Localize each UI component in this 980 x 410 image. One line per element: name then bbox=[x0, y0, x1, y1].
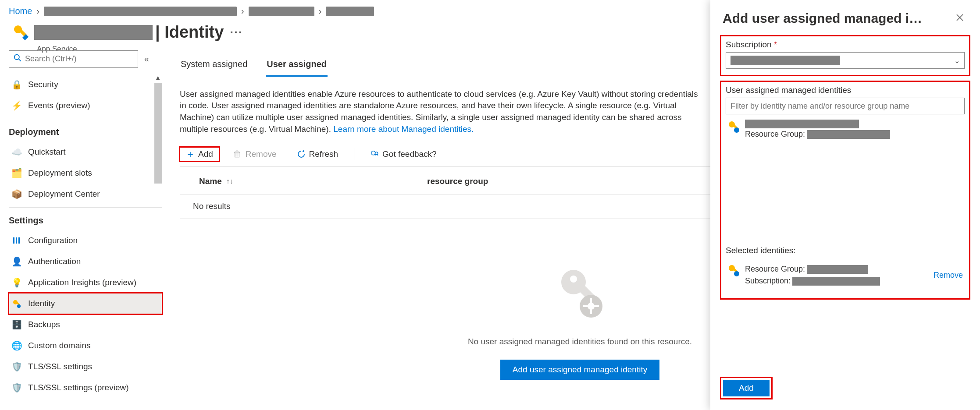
remove-identity-link[interactable]: Remove bbox=[934, 271, 963, 280]
sidebar-item-label: TLS/SSL settings (preview) bbox=[28, 383, 129, 392]
svg-line-3 bbox=[19, 59, 21, 61]
search-icon bbox=[14, 54, 21, 64]
close-panel-button[interactable] bbox=[952, 11, 968, 26]
sidebar-search[interactable] bbox=[9, 50, 138, 68]
svg-rect-5 bbox=[16, 237, 17, 244]
svg-rect-4 bbox=[13, 237, 14, 244]
add-identity-panel: Add user assigned managed i… Subscriptio… bbox=[710, 0, 980, 410]
remove-button[interactable]: 🗑 Remove bbox=[227, 147, 283, 161]
panel-title: Add user assigned managed i… bbox=[723, 11, 922, 26]
scrollbar-thumb[interactable] bbox=[154, 83, 162, 184]
breadcrumb-item-redacted[interactable] bbox=[326, 7, 374, 16]
identities-label: User assigned managed identities bbox=[726, 85, 965, 95]
sidebar-heading-deployment: Deployment bbox=[9, 119, 162, 141]
add-user-assigned-identity-button[interactable]: Add user assigned managed identity bbox=[500, 360, 659, 380]
breadcrumb-home[interactable]: Home bbox=[9, 6, 32, 16]
feedback-label: Got feedback? bbox=[382, 149, 437, 159]
sidebar-item-label: Events (preview) bbox=[28, 101, 90, 110]
more-actions-button[interactable]: ··· bbox=[230, 26, 242, 39]
sidebar-item-tls-ssl[interactable]: 🛡️ TLS/SSL settings bbox=[9, 356, 162, 377]
svg-point-17 bbox=[588, 303, 595, 310]
sidebar-item-authentication[interactable]: 👤 Authentication bbox=[9, 251, 162, 272]
custom-domains-icon: 🌐 bbox=[11, 340, 22, 351]
tls-ssl-icon: 🛡️ bbox=[11, 361, 22, 372]
sort-icon: ↑↓ bbox=[226, 177, 233, 185]
sidebar-item-quickstart[interactable]: ☁️ Quickstart bbox=[9, 141, 162, 163]
identity-filter-input[interactable] bbox=[726, 98, 965, 114]
selected-identity-item: Resource Group: Subscription: Remove bbox=[726, 258, 965, 292]
sidebar-item-label: Identity bbox=[28, 299, 55, 308]
sidebar-item-tls-ssl-preview[interactable]: 🛡️ TLS/SSL settings (preview) bbox=[9, 377, 162, 398]
sidebar-item-configuration[interactable]: Configuration bbox=[9, 230, 162, 251]
authentication-icon: 👤 bbox=[11, 256, 22, 267]
identity-list-item[interactable]: Resource Group: bbox=[726, 114, 965, 145]
svg-point-25 bbox=[734, 271, 739, 276]
column-header-name[interactable]: Name ↑↓ bbox=[199, 177, 427, 186]
plus-icon: ＋ bbox=[186, 150, 195, 159]
sidebar-item-label: Deployment Center bbox=[28, 189, 100, 199]
svg-point-13 bbox=[570, 276, 577, 283]
resource-group-label: Resource Group: bbox=[745, 263, 805, 275]
panel-add-highlight: Add bbox=[720, 377, 773, 399]
tab-system-assigned[interactable]: System assigned bbox=[180, 55, 248, 77]
empty-state-text: No user assigned managed identities foun… bbox=[468, 337, 692, 346]
tls-ssl-icon: 🛡️ bbox=[11, 382, 22, 393]
chevron-right-icon: › bbox=[319, 6, 322, 16]
sidebar-item-identity[interactable]: Identity bbox=[9, 293, 162, 314]
svg-point-10 bbox=[371, 151, 375, 155]
sidebar-item-deployment-center[interactable]: 📦 Deployment Center bbox=[9, 184, 162, 205]
tab-user-assigned[interactable]: User assigned bbox=[266, 55, 328, 77]
deployment-slots-icon: 🗂️ bbox=[11, 168, 22, 178]
configuration-icon bbox=[11, 235, 22, 246]
subscription-label-inline: Subscription: bbox=[745, 275, 791, 287]
panel-add-button[interactable]: Add bbox=[723, 380, 770, 396]
sidebar-item-security[interactable]: 🔒 Security bbox=[9, 74, 162, 95]
key-illustration-icon bbox=[549, 262, 611, 324]
feedback-button[interactable]: Got feedback? bbox=[364, 147, 443, 161]
identity-key-icon bbox=[727, 264, 740, 276]
sidebar-item-label: Authentication bbox=[28, 257, 81, 266]
breadcrumb-item-redacted[interactable] bbox=[44, 7, 237, 16]
sidebar-item-events[interactable]: ⚡ Events (preview) bbox=[9, 95, 162, 116]
page-title: | Identity ··· bbox=[34, 23, 243, 42]
search-input[interactable] bbox=[25, 54, 133, 64]
sidebar: « ▲ 🔒 Security ⚡ Events (preview) Deploy… bbox=[0, 50, 162, 403]
svg-rect-6 bbox=[18, 237, 20, 244]
sidebar-item-custom-domains[interactable]: 🌐 Custom domains bbox=[9, 335, 162, 356]
sidebar-item-label: Application Insights (preview) bbox=[28, 278, 136, 287]
events-icon: ⚡ bbox=[11, 100, 22, 111]
sidebar-item-app-insights[interactable]: 💡 Application Insights (preview) bbox=[9, 272, 162, 293]
backups-icon: 🗄️ bbox=[11, 319, 22, 330]
scroll-up-arrow[interactable]: ▲ bbox=[155, 74, 161, 81]
app-insights-icon: 💡 bbox=[11, 277, 22, 288]
resource-name-redacted bbox=[34, 25, 153, 40]
identity-icon bbox=[11, 298, 22, 309]
feedback-icon bbox=[370, 150, 379, 159]
description-text: User assigned managed identities enable … bbox=[180, 88, 706, 135]
breadcrumb-item-redacted[interactable] bbox=[249, 7, 314, 16]
subscription-dropdown[interactable]: ⌄ bbox=[726, 52, 965, 69]
subscription-label: Subscription * bbox=[726, 40, 965, 49]
security-icon: 🔒 bbox=[11, 79, 22, 90]
subscription-redacted bbox=[792, 277, 880, 286]
identity-name-redacted bbox=[745, 120, 859, 128]
collapse-sidebar-button[interactable]: « bbox=[144, 54, 149, 64]
subscription-value-redacted bbox=[731, 56, 840, 65]
refresh-label: Refresh bbox=[309, 149, 339, 159]
chevron-right-icon: › bbox=[36, 6, 39, 16]
sidebar-heading-settings: Settings bbox=[9, 207, 162, 230]
identities-section: User assigned managed identities Resourc… bbox=[720, 81, 970, 300]
add-button[interactable]: ＋ Add bbox=[180, 147, 219, 161]
remove-label: Remove bbox=[246, 149, 277, 159]
sidebar-item-deployment-slots[interactable]: 🗂️ Deployment slots bbox=[9, 163, 162, 184]
learn-more-link[interactable]: Learn more about Managed identities. bbox=[333, 124, 474, 134]
refresh-button[interactable]: Refresh bbox=[291, 147, 345, 161]
sidebar-item-label: TLS/SSL settings bbox=[28, 362, 92, 371]
add-label: Add bbox=[198, 149, 213, 159]
sidebar-item-label: Backups bbox=[28, 320, 60, 329]
sidebar-item-label: Deployment slots bbox=[28, 168, 92, 178]
sidebar-item-backups[interactable]: 🗄️ Backups bbox=[9, 314, 162, 335]
sidebar-item-label: Configuration bbox=[28, 236, 78, 245]
resource-group-label: Resource Group: bbox=[745, 128, 805, 140]
svg-point-9 bbox=[17, 304, 21, 308]
